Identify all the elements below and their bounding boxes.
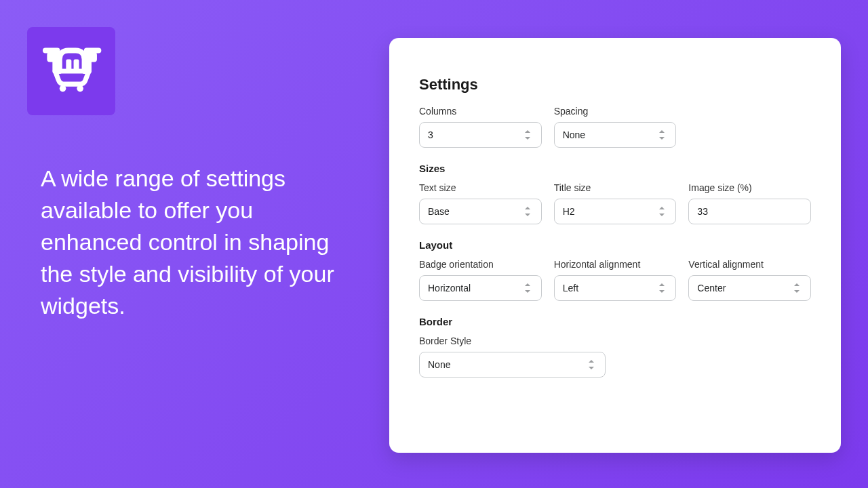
border-style-select[interactable]: None [419, 352, 606, 378]
badge-orientation-field: Badge orientation Horizontal [419, 259, 542, 301]
columns-field: Columns 3 [419, 106, 542, 148]
columns-label: Columns [419, 106, 542, 117]
text-size-label: Text size [419, 182, 542, 193]
stepper-icon [524, 283, 533, 293]
sizes-heading: Sizes [419, 163, 811, 174]
title-size-field: Title size H2 [554, 182, 677, 224]
panel-title: Settings [419, 76, 811, 94]
image-size-field: Image size (%) 33 [688, 182, 811, 224]
spacing-field: Spacing None [554, 106, 677, 148]
text-size-select[interactable]: Base [419, 199, 542, 224]
border-style-field: Border Style None [419, 336, 606, 378]
badge-orientation-select[interactable]: Horizontal [419, 275, 542, 301]
svg-point-1 [77, 85, 83, 92]
text-size-field: Text size Base [419, 182, 542, 224]
svg-rect-3 [74, 59, 79, 71]
settings-panel: Settings Columns 3 Spacing None Sizes Te… [389, 38, 841, 453]
vertical-alignment-select[interactable]: Center [688, 275, 811, 301]
border-style-label: Border Style [419, 336, 606, 346]
stepper-icon [524, 130, 533, 140]
title-size-select[interactable]: H2 [554, 199, 677, 224]
stepper-icon [658, 283, 667, 293]
spacing-label: Spacing [554, 106, 677, 117]
stepper-icon [658, 130, 667, 140]
stepper-icon [793, 283, 802, 293]
svg-point-0 [60, 85, 66, 92]
badge-orientation-label: Badge orientation [419, 259, 542, 270]
cart-logo-icon [41, 44, 102, 98]
vertical-alignment-field: Vertical alignment Center [688, 259, 811, 301]
spacing-select[interactable]: None [554, 122, 677, 148]
stepper-icon [524, 207, 533, 216]
svg-rect-2 [66, 59, 71, 71]
image-size-label: Image size (%) [688, 182, 811, 193]
columns-select[interactable]: 3 [419, 122, 542, 148]
app-logo [27, 27, 115, 115]
stepper-icon [587, 360, 597, 369]
title-size-label: Title size [554, 182, 677, 193]
image-size-input[interactable]: 33 [688, 199, 811, 224]
horizontal-alignment-select[interactable]: Left [554, 275, 677, 301]
horizontal-alignment-label: Horizontal alignment [554, 259, 677, 270]
horizontal-alignment-field: Horizontal alignment Left [554, 259, 677, 301]
vertical-alignment-label: Vertical alignment [688, 259, 811, 270]
promo-description: A wide range of settings available to of… [41, 163, 353, 322]
border-heading: Border [419, 316, 811, 327]
stepper-icon [658, 207, 667, 216]
layout-heading: Layout [419, 239, 811, 251]
